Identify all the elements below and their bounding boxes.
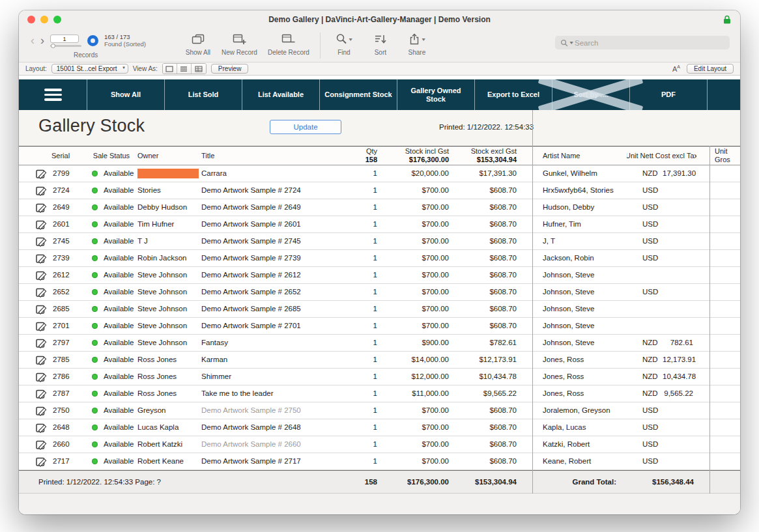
row-title: Carrara <box>200 165 363 182</box>
nav-export-to-excel[interactable]: Export to Excel <box>474 79 552 110</box>
table-row[interactable]: 2601 Available Tim Hufner Demo Artwork S… <box>19 216 740 233</box>
row-stock-excl: $608.70 <box>451 436 519 453</box>
list-view-button[interactable] <box>177 64 192 74</box>
table-row[interactable]: 2785 Available Ross Jones Karman 1 $14,0… <box>19 352 740 369</box>
new-record-button[interactable]: New Record <box>216 32 263 56</box>
col-stock-excl-gst: Stock excl Gst$153,304.94 <box>451 147 519 165</box>
edit-record-icon[interactable] <box>36 304 47 315</box>
edit-record-icon[interactable] <box>36 406 47 416</box>
search-field[interactable]: ▾ <box>555 36 730 49</box>
update-button[interactable]: Update <box>270 120 341 134</box>
row-title: Demo Artwork Sample # 2717 <box>200 453 363 469</box>
nav-sort-by[interactable]: Sort by .... <box>552 79 629 110</box>
table-row[interactable]: 2660 Available Robert Katzki Demo Artwor… <box>19 436 740 453</box>
menu-button[interactable] <box>19 79 87 110</box>
edit-record-icon[interactable] <box>36 186 47 196</box>
row-sale-status: Available <box>88 233 135 249</box>
table-row[interactable]: 2648 Available Lucas Kapla Demo Artwork … <box>19 419 740 436</box>
table-row[interactable]: 2717 Available Robert Keane Demo Artwork… <box>19 453 740 470</box>
edit-record-icon[interactable] <box>36 219 47 230</box>
edit-layout-button[interactable]: Edit Layout <box>687 64 734 74</box>
nav-list-sold[interactable]: List Sold <box>164 79 242 110</box>
zoom-window-button[interactable] <box>53 16 61 23</box>
edit-record-icon[interactable] <box>36 355 47 365</box>
table-row[interactable]: 2797 Available Steve Johnson Fantasy 1 $… <box>19 335 740 352</box>
row-owner: Robert Keane <box>135 453 200 469</box>
toolbar: ‹ › 1 163 / 173 Found (Sorted) Records <box>19 29 740 63</box>
layout-selector[interactable]: 15001 St...cel Export▾ <box>51 64 128 74</box>
found-set-pie-icon[interactable] <box>87 35 98 46</box>
formatting-bar-toggle[interactable]: AA <box>672 64 680 73</box>
vertical-divider <box>532 110 533 494</box>
table-row[interactable]: 2786 Available Ross Jones Shimmer 1 $12,… <box>19 369 740 385</box>
footer-printed: Printed: 1/12/2022. 12:54:33 Page: ? <box>32 478 363 486</box>
show-all-button[interactable]: Show All <box>180 32 216 56</box>
preview-button[interactable]: Preview <box>211 64 249 74</box>
table-row[interactable]: 2701 Available Steve Johnson Demo Artwor… <box>19 318 740 335</box>
table-row[interactable]: 2652 Available Steve Johnson Demo Artwor… <box>19 284 740 301</box>
share-button[interactable]: ▾ Share <box>399 32 435 56</box>
row-title: Demo Artwork Sample # 2739 <box>200 250 363 266</box>
table-row[interactable]: 2649 Available Debby Hudson Demo Artwork… <box>19 199 740 216</box>
nav-gallery-owned-stock[interactable]: Gallery Owned Stock <box>397 79 474 110</box>
record-slider[interactable]: 1 <box>50 35 81 47</box>
edit-record-icon[interactable] <box>36 321 47 331</box>
row-sale-status: Available <box>88 267 135 283</box>
row-owner: Robert Katzki <box>135 436 200 453</box>
edit-record-icon[interactable] <box>36 389 47 399</box>
edit-record-icon[interactable] <box>36 372 47 382</box>
row-currency: USD <box>627 216 663 232</box>
table-row[interactable]: 2745 Available T J Demo Artwork Sample #… <box>19 233 740 250</box>
row-title: Demo Artwork Sample # 2685 <box>200 301 363 317</box>
table-row[interactable]: 2750 Available Greyson Demo Artwork Samp… <box>19 402 740 419</box>
row-stock-excl: $608.70 <box>451 199 519 216</box>
delete-record-button[interactable]: Delete Record <box>263 32 315 56</box>
edit-record-icon[interactable] <box>36 253 47 264</box>
status-label: Available <box>104 369 134 385</box>
table-row[interactable]: 2739 Available Robin Jackson Demo Artwor… <box>19 250 740 267</box>
edit-record-icon[interactable] <box>36 440 47 450</box>
status-dot-icon <box>92 272 98 278</box>
current-record-field[interactable]: 1 <box>50 35 79 43</box>
nav-consignment-stock[interactable]: Consignment Stock <box>319 79 397 110</box>
table-row[interactable]: 2685 Available Steve Johnson Demo Artwor… <box>19 301 740 318</box>
row-artist: Hufner, Tim <box>532 216 627 232</box>
row-unit-cost <box>663 216 696 232</box>
edit-record-icon[interactable] <box>36 338 47 348</box>
table-row[interactable]: 2799 Available Carrara 1 $20,000.00 $17,… <box>19 165 740 182</box>
row-artist: Johnson, Steve <box>532 267 627 283</box>
find-button[interactable]: ▾ Find <box>326 32 362 56</box>
row-qty: 1 <box>363 250 380 266</box>
share-icon: ▾ <box>408 32 425 46</box>
edit-record-icon[interactable] <box>36 287 47 298</box>
nav-pdf[interactable]: PDF <box>629 79 707 110</box>
table-view-button[interactable] <box>192 64 206 74</box>
nav-list-available[interactable]: List Available <box>242 79 319 110</box>
status-dot-icon <box>92 221 98 227</box>
row-stock-excl: $12,173.91 <box>451 352 519 368</box>
table-row[interactable]: 2787 Available Ross Jones Take me to the… <box>19 385 740 402</box>
row-stock-incl: $700.00 <box>380 216 451 232</box>
sort-button[interactable]: Sort <box>362 32 399 56</box>
edit-record-icon[interactable] <box>36 169 47 179</box>
nav-show-all[interactable]: Show All <box>87 79 164 110</box>
minimize-window-button[interactable] <box>40 16 48 23</box>
edit-record-icon[interactable] <box>36 270 47 281</box>
search-input[interactable] <box>575 39 724 47</box>
next-record-button[interactable]: › <box>40 34 44 47</box>
close-window-button[interactable] <box>27 16 35 23</box>
row-title: Demo Artwork Sample # 2652 <box>200 284 363 300</box>
table-row[interactable]: 2724 Available Stories Demo Artwork Samp… <box>19 182 740 199</box>
record-slider-track[interactable] <box>50 45 81 47</box>
form-view-button[interactable] <box>163 64 177 74</box>
edit-record-icon[interactable] <box>36 423 47 433</box>
previous-record-button[interactable]: ‹ <box>31 34 35 47</box>
row-stock-excl: $17,391.30 <box>451 165 519 182</box>
row-currency: USD <box>627 436 663 453</box>
edit-record-icon[interactable] <box>36 236 47 247</box>
edit-record-icon[interactable] <box>36 456 47 467</box>
edit-record-icon[interactable] <box>36 203 47 213</box>
record-slider-knob[interactable] <box>51 44 55 48</box>
row-title: Demo Artwork Sample # 2649 <box>200 199 363 216</box>
table-row[interactable]: 2612 Available Steve Johnson Demo Artwor… <box>19 267 740 284</box>
